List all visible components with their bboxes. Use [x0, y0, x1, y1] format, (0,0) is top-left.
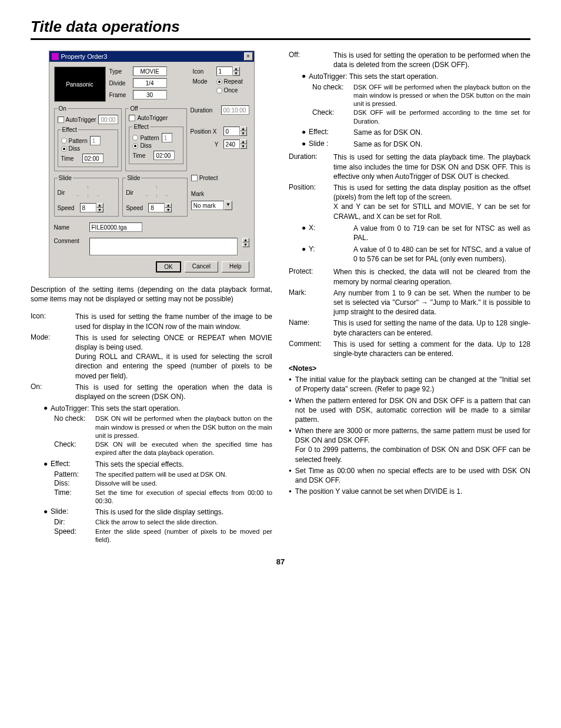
on-diss-radio[interactable]: Diss — [61, 145, 80, 152]
on-slide-speed-spinner[interactable]: 8▲▼ — [80, 203, 103, 212]
off-pattern-value: 1 — [162, 133, 172, 142]
nocheck-term: No check: — [54, 414, 95, 440]
off-autotrigger-check[interactable]: AutoTrigger — [129, 115, 168, 121]
off-time-field[interactable]: 02:00 — [153, 151, 175, 160]
comment-label: Comment — [54, 238, 85, 244]
off-autotrigger-bullet: AutoTrigger: This sets the start operati… — [309, 72, 530, 81]
off-slide-bullet-term: Slide : — [309, 139, 353, 149]
position-term: Position: — [289, 183, 333, 221]
y-bullet-desc: A value of 0 to 480 can be set for NTSC,… — [353, 245, 530, 264]
slide-bullet-desc: This is used for the slide display setti… — [95, 507, 272, 517]
on-slide-legend: Slide — [58, 175, 73, 181]
divide-label: Divide — [109, 80, 131, 87]
app-icon — [52, 53, 59, 60]
on-desc: This is used for setting the operation w… — [75, 383, 272, 401]
position-y-spinner[interactable]: 240▲▼ — [223, 139, 247, 149]
on-slide-speed-label: Speed — [58, 205, 78, 211]
on-autotrigger-check[interactable]: AutoTrigger — [58, 117, 96, 123]
mark-combo[interactable]: No mark▼ — [191, 201, 249, 210]
comment-term: Comment: — [289, 340, 333, 358]
name-field[interactable]: FILE0000.tga — [89, 222, 142, 232]
duration-label: Duration — [191, 107, 219, 114]
off-group: Off AutoTrigger Effect Pattern1 Diss Tim… — [125, 105, 186, 171]
y-bullet-term: Y: — [309, 245, 353, 264]
mode-term: Mode: — [31, 333, 75, 381]
close-button[interactable]: × — [244, 52, 253, 61]
comment-desc: This is used for setting a comment for t… — [333, 340, 530, 358]
diss-term: Diss: — [54, 479, 95, 487]
diss-desc: Dissolve will be used. — [95, 479, 272, 487]
intro-paragraph: Description of the setting items (depend… — [31, 285, 272, 304]
page-title: Title data operations — [31, 18, 530, 40]
position-y-label: Y — [191, 141, 221, 148]
x-bullet-term: X: — [309, 224, 353, 242]
check-term: Check: — [54, 440, 95, 457]
note-3: When there are 3000 or more patterns, th… — [295, 426, 530, 464]
effect-bullet-desc: This sets the special effects. — [95, 460, 272, 469]
note-2: When the pattern entered for DSK ON and … — [295, 396, 530, 425]
frame-field: 30 — [133, 90, 167, 99]
property-dialog: Property Order3 × Panasonic TypeMOVIE Di… — [49, 51, 255, 278]
on-autotrigger-value: 00:00 — [98, 115, 118, 124]
on-slide-dir-label: Dir — [58, 190, 72, 196]
icon-term: Icon: — [31, 312, 75, 331]
notes-heading: <Notes> — [289, 364, 530, 373]
duration-term: Duration: — [289, 152, 333, 181]
dialog-title: Property Order3 — [61, 53, 108, 60]
on-slide-group: Slide Dir ↑←↓→ Speed8▲▼ — [54, 175, 119, 217]
cancel-button[interactable]: Cancel — [185, 261, 218, 272]
off-time-label: Time — [132, 152, 151, 159]
on-time-label: Time — [61, 155, 80, 162]
mode-once-radio[interactable]: Once — [216, 87, 238, 94]
name-label: Name — [54, 224, 85, 231]
off-effect-legend: Effect — [132, 124, 149, 130]
mark-desc: Any number from 1 to 9 can be set. When … — [333, 288, 530, 317]
on-slide-dir-arrows[interactable]: ↑←↓→ — [74, 184, 102, 201]
icon-label: Icon — [193, 68, 214, 75]
page-number: 87 — [31, 557, 530, 566]
mode-repeat-radio[interactable]: Repeat — [216, 78, 243, 85]
effect-bullet-term: Effect: — [51, 460, 95, 469]
mark-term: Mark: — [289, 288, 333, 317]
position-desc: This is used for setting the data displa… — [333, 183, 530, 221]
dir-term: Dir: — [54, 518, 95, 526]
protect-desc: When this is checked, the data will not … — [333, 267, 530, 286]
off-desc: This is used for setting the operation t… — [333, 51, 530, 69]
on-pattern-value: 1 — [90, 136, 101, 145]
frame-label: Frame — [109, 92, 131, 98]
on-group: On AutoTrigger00:00 Effect Pattern1 Diss… — [54, 105, 122, 171]
off-slide-speed-label: Speed — [126, 205, 146, 211]
on-pattern-radio[interactable]: Pattern — [61, 138, 88, 144]
note-4: Set Time as 00:00 when no special effect… — [295, 466, 530, 485]
off-check-desc: DSK OFF will be performed according to t… — [353, 108, 530, 125]
off-slide-speed-spinner[interactable]: 8▲▼ — [148, 203, 172, 212]
note-5: The position Y value cannot be set when … — [295, 487, 462, 496]
divide-field: 1/4 — [133, 78, 167, 88]
position-x-spinner[interactable]: 0▲▼ — [223, 127, 247, 136]
ok-button[interactable]: OK — [156, 261, 181, 272]
type-label: Type — [109, 68, 131, 75]
pattern-desc: The specified pattern will be used at DS… — [95, 470, 272, 478]
off-term: Off: — [289, 51, 333, 69]
check-desc: DSK ON will be executed when the specifi… — [95, 440, 272, 457]
off-check-term: Check: — [312, 108, 353, 125]
on-effect-legend: Effect — [61, 127, 78, 133]
note-1: The initial value for the playback setti… — [295, 375, 530, 394]
icon-desc: This is used for setting the frame numbe… — [75, 312, 272, 331]
duration-field[interactable]: 00:10:00 — [221, 105, 249, 115]
on-autotrigger-bullet: AutoTrigger: This sets the start operati… — [51, 404, 272, 413]
off-slide-group: Slide Dir ↑←↓→ Speed8▲▼ — [122, 175, 188, 217]
off-slide-legend: Slide — [126, 175, 141, 181]
on-time-field[interactable]: 02:00 — [82, 154, 103, 163]
help-button[interactable]: Help — [222, 261, 249, 272]
off-diss-radio[interactable]: Diss — [132, 142, 151, 149]
on-legend: On — [58, 105, 68, 112]
position-x-label: Position X — [191, 128, 221, 135]
off-slide-dir-arrows[interactable]: ↑←↓→ — [142, 184, 171, 201]
off-slide-dir-label: Dir — [126, 190, 140, 196]
off-pattern-radio[interactable]: Pattern — [132, 135, 159, 141]
comment-field[interactable] — [89, 238, 238, 255]
icon-spinner[interactable]: 1▲▼ — [216, 67, 240, 76]
on-effect-group: Effect Pattern1 Diss Time02:00 — [58, 127, 119, 167]
protect-check[interactable]: Protect — [191, 175, 218, 181]
